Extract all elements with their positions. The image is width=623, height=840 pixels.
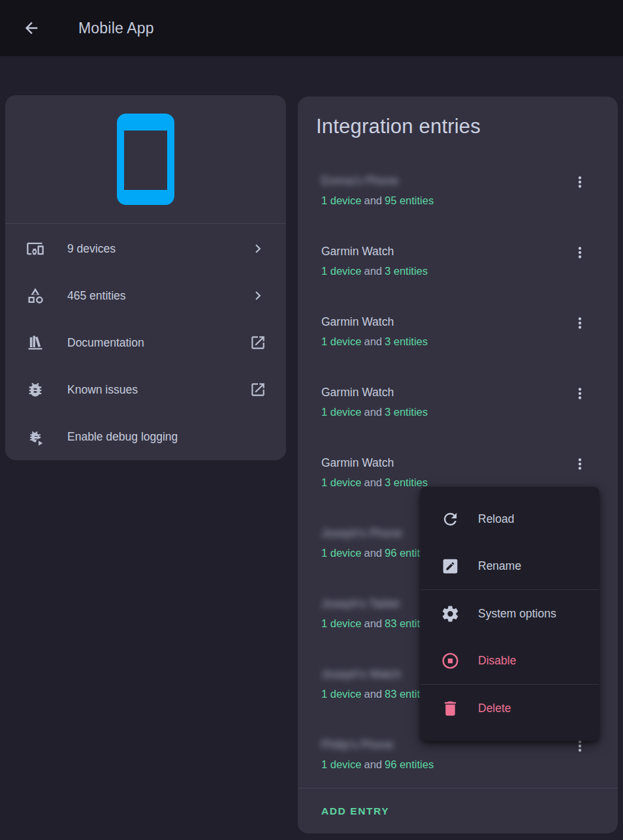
bookshelf-icon — [26, 334, 44, 352]
add-entry-button[interactable]: ADD ENTRY — [321, 805, 389, 817]
chevron-right-icon — [249, 287, 266, 304]
info-row-known-issues[interactable]: Known issues — [5, 366, 286, 413]
entry-menu-button[interactable] — [564, 307, 596, 339]
entry-row: Emma's Phone 1 deviceand95 entities — [298, 157, 618, 227]
devices-count-label: 9 devices — [67, 242, 116, 256]
entry-name: Garmin Watch — [321, 315, 394, 329]
entry-name: Garmin Watch — [321, 244, 394, 258]
entry-row: Garmin Watch 1 deviceand3 entities — [298, 298, 618, 368]
page-title: Mobile App — [78, 20, 154, 37]
info-rows: 9 devices 465 entities Documentation — [5, 224, 286, 460]
integration-info-card: 9 devices 465 entities Documentation — [5, 95, 286, 460]
entry-menu-button[interactable] — [564, 448, 596, 480]
back-button[interactable] — [16, 12, 47, 44]
dots-vertical-icon — [571, 315, 588, 332]
device-count-link[interactable]: 1 device — [321, 406, 361, 418]
entry-name: Emma's Phone — [321, 174, 398, 188]
device-count-link[interactable]: 1 device — [321, 194, 361, 206]
entry-menu-button[interactable] — [564, 378, 596, 409]
info-row-entities[interactable]: 465 entities — [5, 272, 286, 319]
entry-name: Joseph's Watch — [321, 667, 401, 681]
device-count-link[interactable]: 1 device — [321, 476, 361, 488]
shapes-icon — [26, 287, 44, 305]
entity-count-link[interactable]: 96 entities — [385, 758, 434, 770]
chevron-right-icon — [249, 240, 266, 257]
info-row-devices[interactable]: 9 devices — [5, 225, 286, 272]
dots-vertical-icon — [571, 174, 588, 191]
trash-can-icon — [441, 699, 460, 718]
dots-vertical-icon — [571, 456, 588, 473]
dots-vertical-icon — [571, 385, 588, 402]
known-issues-label: Known issues — [67, 383, 138, 397]
device-count-link[interactable]: 1 device — [321, 265, 361, 277]
bug-play-icon — [26, 428, 44, 446]
menu-item-delete[interactable]: Delete — [421, 685, 599, 732]
add-entry-row: ADD ENTRY — [298, 788, 618, 833]
info-row-documentation[interactable]: Documentation — [5, 319, 286, 366]
dots-vertical-icon — [571, 244, 588, 261]
entry-menu-button[interactable] — [564, 237, 596, 268]
entry-name: Joseph's Phone — [321, 526, 402, 540]
entity-count-link[interactable]: 3 entities — [385, 265, 428, 277]
entry-row: Garmin Watch 1 deviceand3 entities — [298, 227, 618, 298]
entity-count-link[interactable]: 3 entities — [385, 476, 428, 488]
integration-logo-area — [5, 95, 286, 224]
entities-count-label: 465 entities — [67, 289, 126, 303]
menu-item-reload[interactable]: Reload — [421, 495, 599, 542]
device-count-link[interactable]: 1 device — [321, 547, 361, 559]
stop-circle-outline-icon — [441, 651, 460, 670]
menu-item-rename[interactable]: Rename — [421, 542, 599, 589]
entity-count-link[interactable]: 3 entities — [385, 406, 428, 418]
page: Mobile App 9 devices 465 entities — [0, 0, 623, 840]
menu-item-disable[interactable]: Disable — [421, 637, 599, 684]
documentation-label: Documentation — [67, 336, 144, 350]
entry-name: Garmin Watch — [321, 385, 394, 399]
device-count-link[interactable]: 1 device — [321, 335, 361, 347]
device-count-link[interactable]: 1 device — [321, 688, 361, 700]
bug-icon — [26, 381, 44, 399]
cog-icon — [441, 604, 460, 623]
open-in-new-icon — [249, 334, 266, 351]
entry-row: Garmin Watch 1 deviceand3 entities — [298, 368, 618, 439]
device-count-link[interactable]: 1 device — [321, 758, 361, 770]
arrow-left-icon — [22, 19, 40, 37]
entity-count-link[interactable]: 3 entities — [385, 335, 428, 347]
entry-context-menu: Reload Rename System options Disable — [421, 487, 599, 741]
cellphone-icon — [117, 114, 174, 205]
pencil-box-icon — [441, 557, 460, 576]
entry-name: Philip's Phone — [321, 738, 393, 752]
entry-name: Garmin Watch — [321, 456, 394, 470]
device-count-link[interactable]: 1 device — [321, 617, 361, 629]
info-row-debug-logging[interactable]: Enable debug logging — [5, 413, 286, 460]
entries-card-title: Integration entries — [298, 97, 618, 138]
open-in-new-icon — [249, 381, 266, 398]
entity-count-link[interactable]: 95 entities — [385, 194, 434, 206]
app-bar: Mobile App — [0, 0, 623, 56]
entry-name: Joseph's Tablet — [321, 597, 400, 611]
menu-item-system-options[interactable]: System options — [421, 590, 599, 637]
devices-icon — [26, 240, 44, 258]
debug-logging-label: Enable debug logging — [67, 430, 178, 444]
refresh-icon — [441, 510, 460, 529]
entry-menu-button[interactable] — [564, 166, 596, 198]
